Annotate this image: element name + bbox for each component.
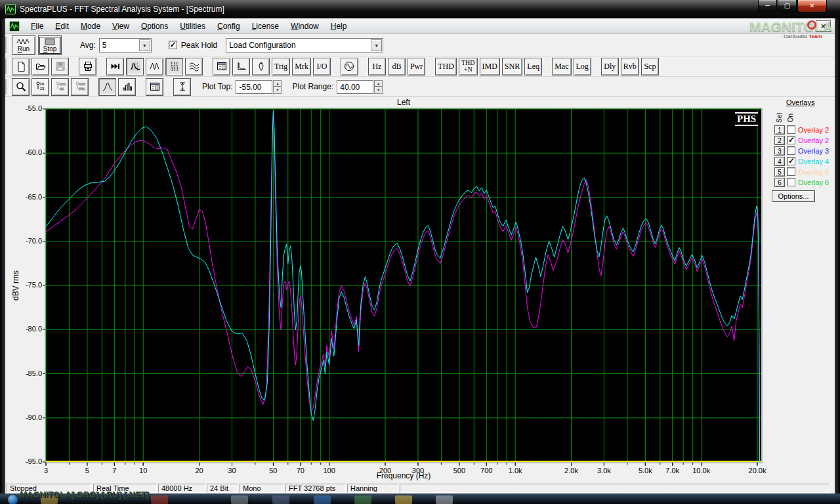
plot-range-stepper[interactable]: ▲▼ — [374, 80, 383, 94]
svg-text:OUT: OUT — [79, 83, 85, 86]
avg-select[interactable]: 5 ▼ — [99, 38, 152, 52]
taskbar-app-icon[interactable] — [231, 495, 248, 504]
taskbar-app-icon[interactable] — [436, 495, 453, 504]
overlay-on-checkbox-5[interactable] — [787, 167, 795, 176]
taskbar-app-icon[interactable] — [314, 495, 331, 504]
db-button[interactable]: dB — [388, 58, 406, 75]
toolbar-grip[interactable] — [5, 37, 10, 54]
status-panel-mono: Mono — [240, 484, 284, 493]
printer-icon — [83, 61, 93, 72]
toolbar-grip[interactable] — [5, 58, 10, 74]
io-button[interactable]: I/O — [313, 58, 331, 75]
close-button[interactable]: ✕ — [797, 0, 827, 12]
zoom-in-2x-button[interactable]: IN2X — [32, 78, 49, 96]
scope-button[interactable]: Scp — [641, 58, 659, 75]
thd-n-button[interactable]: THD +N — [459, 58, 478, 75]
taskbar-app-icon[interactable] — [395, 495, 412, 504]
y-tick-label: -85.0 — [16, 369, 42, 377]
overlay-on-checkbox-2[interactable] — [787, 136, 795, 144]
overlay-on-checkbox-1[interactable] — [787, 125, 795, 134]
play-processing-button[interactable] — [106, 58, 124, 75]
overlay-set-button-1[interactable]: 1 — [774, 125, 785, 135]
taskbar-app-icon[interactable] — [151, 495, 168, 504]
restore-button[interactable]: ▢ — [778, 0, 797, 12]
amplitude-scale-button[interactable] — [173, 78, 191, 96]
spectrum-plot[interactable] — [5, 97, 835, 483]
taskbar-app-icon[interactable] — [41, 495, 58, 504]
open-file-button[interactable] — [32, 58, 49, 75]
overlay-options-button[interactable]: Options... — [772, 190, 815, 202]
mdi-close-icon[interactable]: ✕ — [816, 20, 831, 32]
signal-generator-button[interactable] — [341, 58, 358, 75]
delay-button[interactable]: Dly — [601, 58, 619, 75]
overlay-on-checkbox-4[interactable] — [787, 157, 795, 165]
menu-license[interactable]: License — [246, 20, 285, 33]
overlay-label-5: Overlay 5 — [798, 168, 829, 176]
overlay-set-button-4[interactable]: 4 — [774, 157, 785, 166]
overlay-on-checkbox-3[interactable] — [787, 146, 795, 155]
menu-options[interactable]: Options — [135, 20, 174, 33]
minimize-button[interactable]: ─ — [758, 0, 777, 12]
calibration-button[interactable] — [252, 58, 270, 75]
taskbar-app-icon[interactable] — [354, 495, 371, 504]
new-file-button[interactable] — [12, 58, 30, 75]
screen: SpectraPLUS - FFT Spectral Analysis Syst… — [0, 0, 840, 504]
menu-file[interactable]: File — [25, 20, 49, 33]
time-series-view-button[interactable] — [146, 58, 163, 75]
menu-window[interactable]: Window — [285, 20, 325, 33]
imd-button[interactable]: IMD — [480, 58, 500, 75]
marker-button[interactable]: Mrk — [292, 58, 311, 75]
menu-edit[interactable]: Edit — [49, 20, 75, 33]
plot-range-input[interactable]: 40.00 — [337, 80, 373, 94]
menu-help[interactable]: Help — [325, 20, 353, 33]
plot-top-stepper[interactable]: ▲▼ — [273, 80, 282, 94]
overlay-set-button-5[interactable]: 5 — [774, 167, 785, 177]
menu-view[interactable]: View — [106, 20, 135, 33]
options-window-icon — [217, 61, 227, 72]
save-icon — [55, 61, 66, 72]
menu-utilities[interactable]: Utilities — [174, 20, 211, 33]
reverb-button[interactable]: Rvb — [621, 58, 639, 75]
spectrogram-view-button[interactable] — [165, 58, 183, 75]
zoom-out-2x-button[interactable]: OUT2X — [51, 78, 69, 96]
bar-display-button[interactable] — [118, 78, 136, 96]
zoom-out-full-button[interactable]: OUTFULL — [71, 78, 89, 96]
chevron-down-icon[interactable]: ▼ — [371, 39, 382, 51]
start-orb-icon[interactable] — [8, 495, 18, 504]
zoom-button[interactable] — [12, 78, 30, 96]
trigger-button[interactable]: Trig — [272, 58, 290, 75]
spectrum-view-button[interactable] — [126, 58, 144, 75]
window-border-left — [0, 18, 5, 494]
display-options-button[interactable] — [213, 58, 230, 75]
leq-button[interactable]: Leq — [524, 58, 542, 75]
peak-hold-checkbox[interactable] — [169, 41, 177, 49]
menu-config[interactable]: Config — [211, 20, 246, 33]
surface-plot-icon — [189, 61, 200, 72]
overlay-on-checkbox-6[interactable] — [787, 178, 795, 186]
print-button[interactable] — [79, 58, 96, 75]
power-button[interactable]: Pwr — [408, 58, 425, 75]
scaling-button[interactable] — [232, 58, 250, 75]
stop-button[interactable]: Stop — [38, 35, 62, 55]
snr-button[interactable]: SNR — [502, 58, 522, 75]
menu-mode[interactable]: Mode — [75, 20, 106, 33]
log-button[interactable]: Log — [574, 58, 591, 75]
hz-button[interactable]: Hz — [368, 58, 386, 75]
status-panel-hanning: Hanning — [347, 484, 398, 493]
plot-top-input[interactable]: -55.00 — [236, 80, 272, 94]
chevron-down-icon[interactable]: ▼ — [139, 39, 150, 51]
save-button[interactable] — [51, 58, 69, 75]
peak-display-button[interactable] — [98, 78, 116, 96]
overlay-label-4: Overlay 4 — [798, 158, 829, 165]
overlay-set-button-6[interactable]: 6 — [774, 178, 785, 187]
plot-options-button[interactable] — [146, 78, 163, 96]
thd-button[interactable]: THD — [435, 58, 457, 75]
toolbar-grip[interactable] — [5, 79, 10, 94]
surface-view-button[interactable] — [185, 58, 203, 75]
overlay-set-button-3[interactable]: 3 — [774, 146, 785, 156]
overlay-set-button-2[interactable]: 2 — [774, 136, 785, 145]
taskbar-app-icon[interactable] — [272, 495, 289, 504]
macro-button[interactable]: Mac — [552, 58, 571, 75]
load-configuration-select[interactable]: Load Configuration ▼ — [226, 38, 383, 52]
run-button[interactable]: Run — [12, 35, 35, 55]
